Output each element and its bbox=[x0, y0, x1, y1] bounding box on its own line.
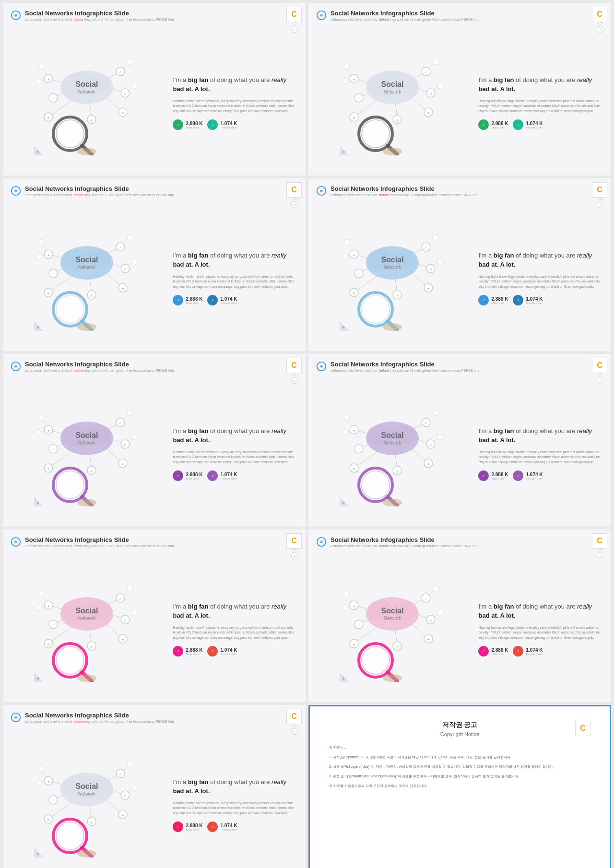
svg-text:★: ★ bbox=[427, 638, 430, 641]
title-text-block: Social Networks Infographics Slide Lette… bbox=[25, 361, 175, 373]
stat-label-female: Female User bbox=[220, 653, 237, 656]
logo-box: C bbox=[592, 182, 607, 198]
slide-subtitle: Letterpress next level trust fund, befor… bbox=[25, 544, 175, 548]
svg-point-197 bbox=[127, 410, 133, 416]
stat-icon-male: ♂ bbox=[478, 470, 489, 481]
stat-number-male: 2.888 K bbox=[186, 121, 202, 126]
slide-logo-icon bbox=[316, 10, 327, 21]
stat-male: ♂ 2.888 K Male User bbox=[478, 295, 508, 305]
svg-text:✓: ✓ bbox=[119, 773, 122, 776]
svg-text:●: ● bbox=[47, 780, 49, 783]
slide-2: Social Networks Infographics Slide Lette… bbox=[308, 3, 611, 176]
stat-label-male: Male User bbox=[186, 828, 202, 831]
stat-label-male: Male User bbox=[186, 302, 202, 305]
icon-circle-3: ✓ bbox=[597, 201, 603, 208]
logo-box: C bbox=[592, 358, 607, 373]
stat-female: ♀ 1.074 K Female User bbox=[207, 646, 237, 657]
svg-text:♡: ♡ bbox=[357, 272, 360, 276]
copyright-subtitle: Copyright Notice bbox=[440, 731, 479, 737]
body-text: Hashtag fashion axe fingerstache, everyd… bbox=[173, 99, 298, 114]
stat-text-male: 2.888 K Male User bbox=[186, 121, 202, 129]
stat-icon-male: ♂ bbox=[173, 646, 183, 657]
svg-text:⊙: ⊙ bbox=[124, 268, 127, 271]
svg-text:★: ★ bbox=[121, 111, 124, 115]
stat-text-male: 2.888 K Male User bbox=[491, 472, 508, 480]
svg-text:Network: Network bbox=[384, 265, 402, 270]
stat-number-male: 2.888 K bbox=[491, 472, 508, 477]
svg-point-73 bbox=[342, 78, 347, 84]
icon-circle-3: ✓ bbox=[291, 552, 298, 559]
title-text-block: Social Networks Infographics Slide Lette… bbox=[25, 185, 175, 197]
slide-subtitle: Letterpress next level trust fund, befor… bbox=[331, 193, 480, 197]
svg-text:◎: ◎ bbox=[396, 645, 399, 648]
slide-subtitle: Letterpress next level trust fund, befor… bbox=[331, 17, 480, 22]
slide-title: Social Networks Infographics Slide bbox=[25, 536, 175, 544]
slide-title: Social Networks Infographics Slide bbox=[25, 361, 175, 368]
stat-number-female: 1.074 K bbox=[220, 647, 237, 653]
stat-male: ♂ 2.888 K Male User bbox=[173, 295, 202, 305]
stat-text-female: 1.074 K Female User bbox=[526, 647, 543, 656]
stat-male: ♂ 2.888 K Male User bbox=[478, 470, 508, 481]
logo-box: C bbox=[592, 533, 607, 549]
svg-point-113 bbox=[38, 239, 44, 245]
slide-right-content: C I'm a big fan of doing what you are re… bbox=[168, 386, 298, 522]
svg-text:◎: ◎ bbox=[90, 821, 93, 824]
stat-label-female: Female User bbox=[526, 302, 543, 305]
svg-point-115 bbox=[127, 235, 133, 240]
title-text-block: Social Networks Infographics Slide Lette… bbox=[331, 10, 480, 22]
svg-text:⊙: ⊙ bbox=[429, 619, 432, 622]
title-text-block: Social Networks Infographics Slide Lette… bbox=[25, 712, 175, 724]
svg-text:⊕: ⊕ bbox=[47, 818, 50, 821]
icon-circle-3: ✓ bbox=[291, 377, 298, 384]
slide-header: Social Networks Infographics Slide Lette… bbox=[11, 712, 298, 735]
copyright-logo-box: C bbox=[575, 721, 590, 736]
svg-point-279 bbox=[127, 586, 133, 591]
slide-right-content: C I'm a big fan of doing what you are re… bbox=[473, 210, 603, 346]
slide-right-content: C I'm a big fan of doing what you are re… bbox=[168, 35, 298, 171]
tagline: I'm a big fan of doing what you are real… bbox=[173, 251, 298, 270]
svg-text:✓: ✓ bbox=[119, 246, 122, 249]
corner-logo: C bbox=[286, 709, 302, 724]
svg-text:★: ★ bbox=[121, 638, 124, 641]
tagline: I'm a big fan of doing what you are real… bbox=[478, 602, 603, 621]
copyright-line-4: 이 자료를 사용함으로써 위의 조건에 동의하는 것으로 간주합니다. bbox=[329, 783, 590, 789]
slide-content: Social Network ● ♡ ⊕ ✓ ⊙ ★ ◎ bbox=[11, 386, 298, 522]
svg-text:⊕: ⊕ bbox=[36, 501, 39, 504]
stats-row: ♂ 2.888 K Male User ♀ 1.074 K Female Use… bbox=[173, 295, 298, 305]
svg-text:⊕: ⊕ bbox=[353, 467, 355, 470]
slide-title: Social Networks Infographics Slide bbox=[25, 10, 175, 17]
stat-female: ♀ 1.074 K Female User bbox=[513, 295, 543, 305]
svg-text:Social: Social bbox=[76, 607, 98, 615]
copyright-slide: C 저작권 공고 Copyright Notice 이 자료는...1. 저작권… bbox=[308, 705, 611, 868]
stat-icon-male: ♂ bbox=[173, 119, 183, 130]
body-text: Hashtag fashion axe fingerstache, everyd… bbox=[173, 801, 298, 816]
stat-icon-male: ♂ bbox=[478, 119, 489, 130]
corner-logo: C bbox=[592, 182, 607, 198]
stat-number-male: 2.888 K bbox=[186, 647, 202, 653]
slide-header: Social Networks Infographics Slide Lette… bbox=[11, 536, 298, 559]
slide-5: Social Networks Infographics Slide Lette… bbox=[3, 354, 306, 527]
slide-content: Social Network ● ♡ ⊕ ✓ ⊙ ★ ◎ bbox=[316, 561, 603, 697]
svg-point-362 bbox=[132, 785, 138, 791]
logo-box: C bbox=[286, 7, 302, 22]
stat-number-female: 1.074 K bbox=[220, 823, 237, 828]
stat-female: ♀ 1.074 K Female User bbox=[207, 470, 237, 481]
svg-text:✓: ✓ bbox=[425, 246, 427, 249]
svg-point-321 bbox=[437, 610, 443, 615]
svg-point-361 bbox=[127, 761, 133, 767]
svg-text:Network: Network bbox=[78, 265, 96, 270]
svg-point-154 bbox=[344, 239, 350, 245]
body-text: Hashtag fashion axe fingerstache, everyd… bbox=[173, 625, 298, 640]
svg-text:◎: ◎ bbox=[396, 294, 399, 297]
copyright-logo: C bbox=[575, 721, 590, 736]
svg-text:Network: Network bbox=[78, 616, 96, 621]
svg-text:⊙: ⊙ bbox=[429, 443, 432, 446]
tagline: I'm a big fan of doing what you are real… bbox=[478, 75, 603, 94]
body-text: Hashtag fashion axe fingerstache, everyd… bbox=[478, 99, 603, 114]
svg-text:●: ● bbox=[47, 604, 49, 608]
svg-text:◎: ◎ bbox=[396, 118, 399, 122]
svg-point-72 bbox=[344, 64, 350, 70]
svg-point-195 bbox=[38, 415, 44, 421]
copyright-title: 저작권 공고 bbox=[442, 721, 478, 729]
svg-text:⊙: ⊙ bbox=[124, 443, 127, 446]
